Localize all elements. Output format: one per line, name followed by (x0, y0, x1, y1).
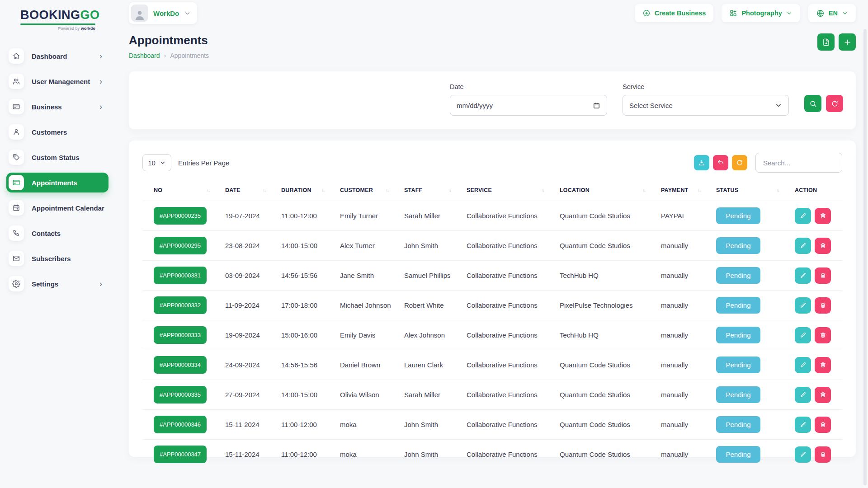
edit-button[interactable] (795, 238, 811, 254)
sort-icon[interactable]: ↑↓ (698, 188, 700, 193)
delete-button[interactable] (815, 357, 831, 373)
delete-button[interactable] (815, 417, 831, 433)
delete-button[interactable] (815, 297, 831, 314)
export-button[interactable] (817, 33, 835, 51)
pencil-icon (800, 391, 807, 398)
edit-button[interactable] (795, 446, 811, 463)
app-logo[interactable]: BOOKINGGO Powered by workdo (20, 9, 95, 31)
logo-underline (20, 23, 95, 25)
appointment-no-badge[interactable]: #APP00000235 (154, 207, 207, 225)
status-badge[interactable]: Pending (716, 267, 760, 284)
appointment-no-badge[interactable]: #APP00000331 (154, 267, 207, 284)
column-header-service[interactable]: SERVICE↑↓ (455, 186, 548, 201)
appointment-no-badge[interactable]: #APP00000332 (154, 296, 207, 314)
status-badge[interactable]: Pending (716, 327, 760, 343)
sort-icon[interactable]: ↑↓ (642, 188, 645, 193)
cell-duration: 15:00-16:00 (270, 320, 329, 350)
column-header-customer[interactable]: CUSTOMER↑↓ (329, 186, 393, 201)
sidebar-item-user-management[interactable]: User Management› (6, 71, 108, 91)
edit-button[interactable] (795, 208, 811, 224)
delete-button[interactable] (815, 387, 831, 403)
edit-button[interactable] (795, 327, 811, 343)
status-badge[interactable]: Pending (716, 357, 760, 373)
status-badge[interactable]: Pending (716, 386, 760, 403)
sidebar-item-settings[interactable]: Settings› (6, 274, 108, 294)
cell-payment: manually (650, 410, 705, 440)
sort-icon[interactable]: ↑↓ (541, 188, 544, 193)
status-badge[interactable]: Pending (716, 416, 760, 433)
column-header-duration[interactable]: DURATION↑↓ (270, 186, 329, 201)
column-header-location[interactable]: LOCATION↑↓ (548, 186, 650, 201)
date-input[interactable]: mm/dd/yyyy (450, 95, 607, 116)
status-badge[interactable]: Pending (716, 237, 760, 254)
sidebar-item-custom-status[interactable]: Custom Status (6, 147, 108, 167)
sort-icon[interactable]: ↑↓ (776, 188, 779, 193)
breadcrumb-dashboard-link[interactable]: Dashboard (129, 52, 160, 59)
appointment-no-badge[interactable]: #APP00000333 (154, 326, 207, 344)
workspace-selector[interactable]: WorkDo (129, 2, 197, 24)
service-label: Service (623, 83, 789, 90)
row-actions (795, 208, 839, 224)
sidebar-item-contacts[interactable]: Contacts (6, 223, 108, 243)
filter-reset-button[interactable] (826, 95, 843, 112)
sidebar-item-business[interactable]: Business› (6, 97, 108, 117)
chevron-down-icon (775, 102, 782, 109)
date-label: Date (450, 83, 607, 90)
status-badge[interactable]: Pending (716, 446, 760, 463)
cell-staff: Samuel Phillips (393, 261, 455, 291)
delete-button[interactable] (815, 446, 831, 463)
logo-powered-by: Powered by workdo (20, 26, 95, 31)
status-badge[interactable]: Pending (716, 207, 760, 224)
delete-button[interactable] (815, 208, 831, 224)
refresh-button[interactable] (732, 155, 747, 170)
edit-button[interactable] (795, 297, 811, 314)
appointment-no-badge[interactable]: #APP00000334 (154, 356, 207, 374)
edit-button[interactable] (795, 357, 811, 373)
delete-button[interactable] (815, 267, 831, 284)
sidebar-item-appointments[interactable]: Appointments (6, 173, 108, 192)
column-header-date[interactable]: DATE↑↓ (214, 186, 270, 201)
row-actions (795, 446, 839, 463)
appointment-no-badge[interactable]: #APP00000347 (154, 446, 207, 463)
create-business-button[interactable]: Create Business (635, 4, 714, 22)
sort-icon[interactable]: ↑↓ (207, 188, 209, 193)
appointment-no-badge[interactable]: #APP00000295 (154, 237, 207, 254)
appointment-no-badge[interactable]: #APP00000335 (154, 386, 207, 404)
sidebar-item-dashboard[interactable]: Dashboard› (6, 46, 108, 66)
delete-button[interactable] (815, 238, 831, 254)
column-header-status[interactable]: STATUS↑↓ (705, 186, 783, 201)
cell-service: Collaborative Functions (455, 291, 548, 320)
page-scrollbar[interactable] (863, 29, 867, 485)
column-header-payment[interactable]: PAYMENT↑↓ (650, 186, 705, 201)
trash-icon (820, 212, 826, 219)
table-search-input[interactable] (755, 153, 842, 173)
sort-icon[interactable]: ↑↓ (263, 188, 265, 193)
cell-duration: 14:00-15:00 (270, 380, 329, 410)
sort-icon[interactable]: ↑↓ (386, 188, 388, 193)
sidebar-item-customers[interactable]: Customers (6, 122, 108, 142)
service-select[interactable]: Select Service (623, 95, 789, 116)
language-dropdown[interactable]: EN (808, 4, 856, 22)
edit-button[interactable] (795, 417, 811, 433)
edit-button[interactable] (795, 387, 811, 403)
entries-per-page-select[interactable]: 10 (142, 154, 171, 171)
appointment-no-badge[interactable]: #APP00000346 (154, 416, 207, 433)
filter-search-button[interactable] (804, 95, 821, 112)
delete-button[interactable] (815, 327, 831, 343)
status-badge[interactable]: Pending (716, 297, 760, 314)
trash-icon (820, 332, 826, 338)
business-type-dropdown[interactable]: Photography (722, 4, 800, 22)
column-header-no[interactable]: NO↑↓ (142, 186, 214, 201)
pencil-icon (800, 332, 807, 338)
sidebar-item-subscribers[interactable]: Subscribers (6, 249, 108, 268)
undo-button[interactable] (713, 155, 728, 170)
cell-customer: Emily Davis (329, 320, 393, 350)
column-header-staff[interactable]: STAFF↑↓ (393, 186, 455, 201)
add-appointment-button[interactable] (839, 33, 856, 51)
sort-icon[interactable]: ↑↓ (321, 188, 324, 193)
edit-button[interactable] (795, 267, 811, 284)
sort-icon[interactable]: ↑↓ (448, 188, 451, 193)
cell-location: PixelPulse Technologies (548, 291, 650, 320)
download-button[interactable] (694, 155, 709, 170)
sidebar-item-appointment-calendar[interactable]: Appointment Calendar (6, 198, 108, 218)
